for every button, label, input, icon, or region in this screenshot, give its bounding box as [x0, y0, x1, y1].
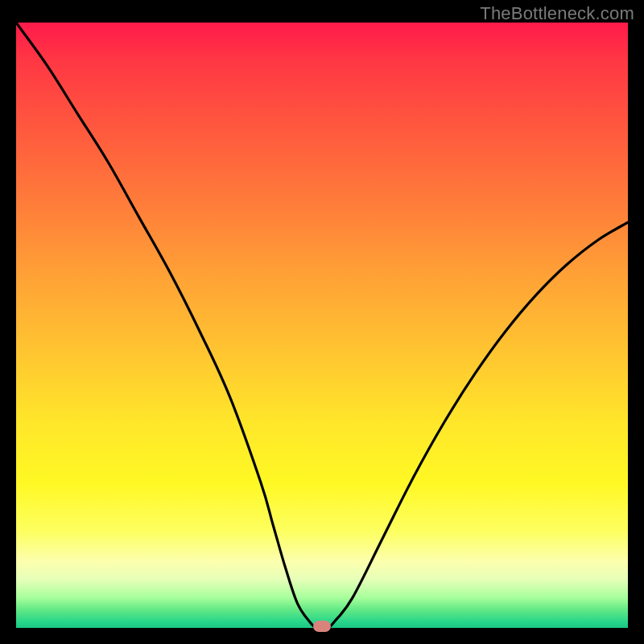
plot-area	[16, 23, 628, 628]
bottleneck-curve	[16, 23, 628, 628]
curve-svg	[16, 23, 628, 628]
optimum-marker	[313, 621, 331, 632]
chart-frame: TheBottleneck.com	[0, 0, 644, 644]
watermark-text: TheBottleneck.com	[480, 3, 634, 24]
